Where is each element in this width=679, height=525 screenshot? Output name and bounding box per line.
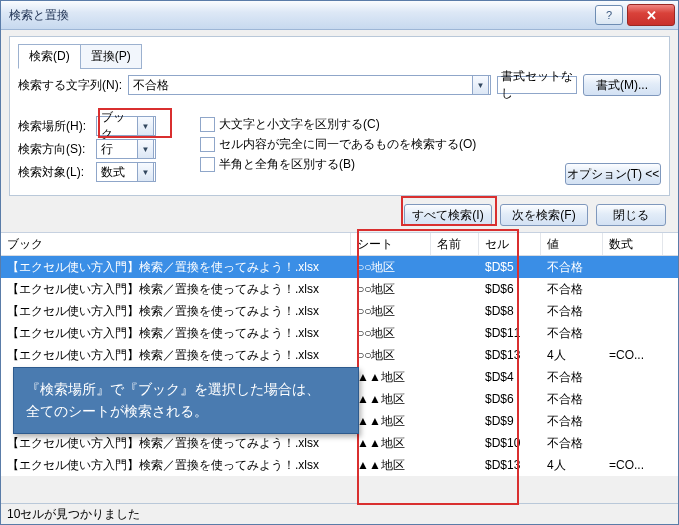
label-direction: 検索方向(S): (18, 141, 90, 158)
options-button[interactable]: オプション(T) << (565, 163, 661, 185)
help-button[interactable]: ? (595, 5, 623, 25)
byteequiv-checkbox[interactable] (200, 157, 215, 172)
window-title: 検索と置換 (9, 7, 593, 24)
results-table: ブック シート 名前 セル 値 数式 【エクセル使い方入門】検索／置換を使ってみ… (1, 232, 678, 476)
label-findwhat: 検索する文字列(N): (18, 77, 122, 94)
chevron-down-icon[interactable]: ▼ (137, 139, 154, 159)
col-value[interactable]: 値 (541, 233, 603, 255)
col-book[interactable]: ブック (1, 233, 351, 255)
highlight-findall (401, 196, 497, 226)
label-byteequiv: 半角と全角を区別する(B) (219, 156, 355, 173)
status-bar: 10セルが見つかりました (1, 503, 678, 524)
table-row[interactable]: 【エクセル使い方入門】検索／置換を使ってみよう！.xlsx▲▲地区$D$10不合… (1, 432, 678, 454)
chevron-down-icon[interactable]: ▼ (472, 75, 489, 95)
label-matchcase: 大文字と小文字を区別する(C) (219, 116, 380, 133)
findwhat-input[interactable]: 不合格 ▼ (128, 75, 491, 95)
annotation-callout: 『検索場所』で『ブック』を選択した場合は、 全てのシートが検索される。 (13, 367, 359, 434)
highlight-columns (357, 229, 519, 505)
label-within: 検索場所(H): (18, 118, 90, 135)
table-row[interactable]: 【エクセル使い方入門】検索／置換を使ってみよう！.xlsx○○地区$D$134人… (1, 344, 678, 366)
label-entirecell: セル内容が完全に同一であるものを検索する(O) (219, 136, 476, 153)
table-row[interactable]: 【エクセル使い方入門】検索／置換を使ってみよう！.xlsx○○地区$D$8不合格 (1, 300, 678, 322)
table-row[interactable]: 【エクセル使い方入門】検索／置換を使ってみよう！.xlsx○○地区$D$11不合… (1, 322, 678, 344)
table-row[interactable]: 【エクセル使い方入門】検索／置換を使ってみよう！.xlsx▲▲地区$D$134人… (1, 454, 678, 476)
format-preview: 書式セットなし (497, 76, 577, 94)
entirecell-checkbox[interactable] (200, 137, 215, 152)
lookin-dropdown[interactable]: 数式 ▼ (96, 162, 156, 182)
format-button[interactable]: 書式(M)... (583, 74, 661, 96)
table-row[interactable]: 【エクセル使い方入門】検索／置換を使ってみよう！.xlsx○○地区$D$6不合格 (1, 278, 678, 300)
table-row[interactable]: 【エクセル使い方入門】検索／置換を使ってみよう！.xlsx○○地区$D$5不合格 (1, 256, 678, 278)
label-lookin: 検索対象(L): (18, 164, 90, 181)
col-formula[interactable]: 数式 (603, 233, 663, 255)
tab-replace[interactable]: 置換(P) (80, 44, 142, 69)
find-next-button[interactable]: 次を検索(F) (500, 204, 588, 226)
results-header: ブック シート 名前 セル 値 数式 (1, 233, 678, 256)
direction-dropdown[interactable]: 行 ▼ (96, 139, 156, 159)
matchcase-checkbox[interactable] (200, 117, 215, 132)
close-button[interactable]: 閉じる (596, 204, 666, 226)
find-replace-dialog: 検索と置換 ? ✕ 検索(D) 置換(P) 検索する文字列(N): 不合格 ▼ … (0, 0, 679, 525)
close-window-button[interactable]: ✕ (627, 4, 675, 26)
titlebar[interactable]: 検索と置換 ? ✕ (1, 1, 678, 30)
tab-search[interactable]: 検索(D) (18, 44, 81, 69)
chevron-down-icon[interactable]: ▼ (137, 162, 154, 182)
highlight-within (98, 108, 172, 138)
